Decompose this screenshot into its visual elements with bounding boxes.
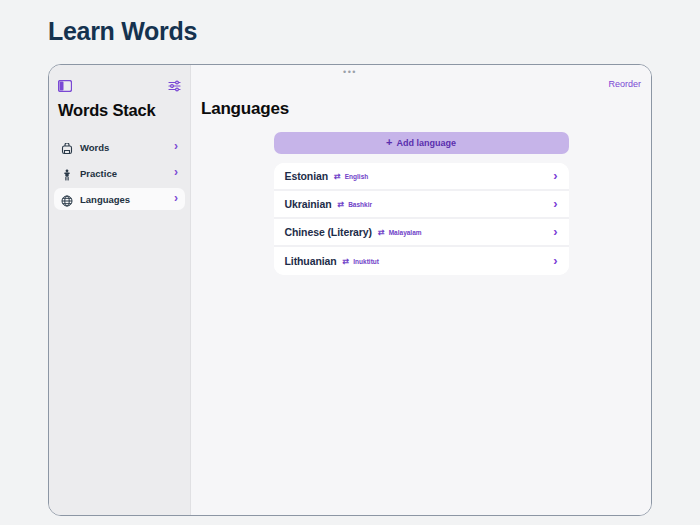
sidebar-item-words[interactable]: Words › — [54, 136, 185, 158]
sidebar-toolbar — [54, 77, 185, 95]
chevron-right-icon: › — [174, 166, 178, 180]
translate-arrows-icon: ⇄ — [343, 257, 350, 266]
language-row[interactable]: Estonian ⇄ English › — [274, 163, 569, 191]
app-window: ••• Words Stack — [48, 64, 652, 516]
globe-icon — [61, 193, 73, 205]
languages-content: + Add language Estonian ⇄ English › Ukra… — [274, 132, 569, 275]
language-name: Ukrainian — [285, 198, 332, 210]
language-translation: Malayalam — [389, 229, 553, 236]
language-row[interactable]: Chinese (Literary) ⇄ Malayalam › — [274, 219, 569, 247]
language-name: Estonian — [285, 170, 329, 182]
language-translation: English — [345, 173, 553, 180]
sidebar-title: Words Stack — [54, 101, 185, 120]
chevron-right-icon: › — [553, 225, 557, 240]
chevron-right-icon: › — [553, 254, 557, 269]
language-list: Estonian ⇄ English › Ukrainian ⇄ Bashkir… — [274, 163, 569, 275]
sidebar-item-label: Words — [80, 142, 174, 153]
reorder-button[interactable]: Reorder — [608, 79, 641, 89]
main-panel: Reorder Languages + Add language Estonia… — [191, 65, 651, 515]
sidebar-item-languages[interactable]: Languages › — [54, 188, 185, 210]
chevron-right-icon: › — [174, 192, 178, 206]
language-name: Chinese (Literary) — [285, 226, 372, 238]
sidebar: Words Stack Words › — [49, 65, 191, 515]
page-title: Learn Words — [48, 17, 197, 46]
chevron-right-icon: › — [553, 169, 557, 184]
sliders-icon[interactable] — [168, 80, 181, 92]
translate-arrows-icon: ⇄ — [334, 172, 341, 181]
language-row[interactable]: Lithuanian ⇄ Inuktitut › — [274, 247, 569, 275]
language-translation: Inuktitut — [353, 258, 553, 265]
sidebar-item-label: Languages — [80, 194, 174, 205]
language-name: Lithuanian — [285, 255, 337, 267]
main-title: Languages — [191, 99, 651, 119]
chevron-right-icon: › — [174, 140, 178, 154]
add-language-label: Add language — [396, 138, 456, 148]
sidebar-item-label: Practice — [80, 168, 174, 179]
sidebar-toggle-icon[interactable] — [58, 80, 72, 92]
chevron-right-icon: › — [553, 197, 557, 212]
sidebar-item-practice[interactable]: Practice › — [54, 162, 185, 184]
plus-icon: + — [386, 137, 392, 149]
translate-arrows-icon: ⇄ — [378, 228, 385, 237]
language-row[interactable]: Ukrainian ⇄ Bashkir › — [274, 191, 569, 219]
figure-icon — [61, 167, 73, 179]
add-language-button[interactable]: + Add language — [274, 132, 569, 154]
window-drag-handle[interactable]: ••• — [343, 67, 357, 77]
language-translation: Bashkir — [348, 201, 553, 208]
backpack-icon — [61, 141, 73, 153]
sidebar-nav: Words › Practice › — [54, 136, 185, 210]
translate-arrows-icon: ⇄ — [337, 200, 344, 209]
